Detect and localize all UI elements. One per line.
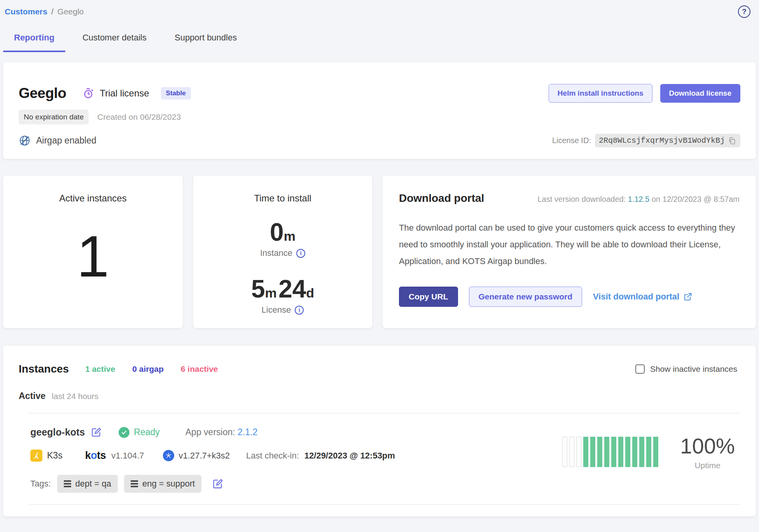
tag-text: dept = qa	[75, 479, 111, 489]
active-count: 1 active	[85, 364, 115, 374]
kots-logo: kots	[85, 450, 106, 462]
license-install-minutes-unit: m	[265, 285, 276, 300]
inactive-count: 6 inactive	[181, 364, 218, 374]
breadcrumb-current: Geeglo	[58, 7, 84, 16]
uptime-block: 100% Uptime	[562, 434, 735, 470]
copy-icon[interactable]	[728, 136, 736, 145]
license-id-value: 2Rq8WLcsjfxqrMysjvB1WodYkBj	[599, 136, 725, 145]
show-inactive-label: Show inactive instances	[650, 364, 737, 374]
uptime-bar-filled	[653, 437, 658, 467]
distro-label: K3s	[47, 450, 63, 461]
uptime-bar-filled	[639, 437, 644, 467]
kots-logo-ts: ts	[97, 450, 106, 461]
instances-title: Instances	[19, 363, 69, 375]
uptime-bar-filled	[597, 437, 602, 467]
stopwatch-icon	[82, 88, 94, 99]
generate-new-password-button[interactable]: Generate new password	[469, 287, 582, 307]
kubernetes-icon	[163, 450, 174, 461]
tab-support-bundles[interactable]: Support bundles	[164, 33, 248, 52]
external-link-icon	[683, 292, 693, 301]
uptime-bars	[562, 437, 658, 467]
show-inactive-checkbox[interactable]	[635, 364, 645, 374]
license-install-minutes: 5	[251, 275, 265, 303]
license-id-pill: 2Rq8WLcsjfxqrMysjvB1WodYkBj	[595, 134, 740, 147]
instance-label: Instance	[260, 248, 292, 258]
kots-logo-k: k	[85, 450, 91, 461]
customer-name: Geeglo	[19, 85, 66, 102]
breadcrumb: Customers / Geeglo ?	[3, 4, 756, 18]
app-version-link[interactable]: 2.1.2	[238, 427, 257, 437]
license-id-label: License ID:	[552, 136, 591, 145]
tag-icon	[64, 480, 71, 487]
help-icon[interactable]: ?	[738, 5, 750, 18]
license-type-label: Trial license	[100, 88, 149, 99]
active-instances-title: Active instances	[3, 193, 183, 204]
kots-version: v1.104.7	[111, 451, 144, 461]
tab-customer-details[interactable]: Customer details	[72, 33, 157, 52]
download-portal-card: Download portal Last version downloaded:…	[383, 176, 756, 328]
tags-label: Tags:	[30, 479, 51, 489]
time-to-install-title: Time to install	[193, 193, 372, 204]
status-label: Ready	[134, 427, 159, 438]
uptime-bar-filled	[583, 437, 588, 467]
tab-reporting[interactable]: Reporting	[3, 33, 65, 52]
airgap-enabled-label: Airgap enabled	[36, 135, 96, 146]
uptime-bar-empty	[562, 437, 567, 467]
edit-instance-name-icon[interactable]	[91, 427, 101, 438]
last-checkin-value: 12/29/2023 @ 12:53pm	[304, 451, 395, 461]
instance-row: geeglo-kots Ready App ve	[19, 413, 740, 493]
breadcrumb-customers-link[interactable]: Customers	[5, 7, 47, 16]
instance-install-minutes: 0	[270, 218, 284, 246]
kubernetes-version: v1.27.7+k3s2	[179, 451, 230, 461]
tag-text: eng = support	[142, 479, 195, 489]
uptime-label: Uptime	[680, 461, 735, 470]
instance-install-time: 0m	[193, 218, 372, 247]
tag-pill: eng = support	[124, 475, 201, 493]
download-license-button[interactable]: Download license	[660, 84, 740, 103]
info-icon[interactable]: i	[296, 249, 305, 258]
last-checkin-label: Last check-in:	[246, 451, 299, 461]
license-install-days-unit: d	[306, 285, 314, 300]
divider	[29, 504, 740, 505]
uptime-value: 100%	[680, 434, 735, 458]
uptime-bar-filled	[646, 437, 651, 467]
tab-bar: Reporting Customer details Support bundl…	[3, 33, 756, 52]
airgap-globe-icon	[19, 135, 31, 147]
instances-card: Instances 1 active 0 airgap 6 inactive S…	[3, 346, 756, 516]
visit-download-portal-label: Visit download portal	[593, 292, 679, 302]
breadcrumb-separator: /	[51, 7, 54, 16]
active-group-subtitle: last 24 hours	[52, 392, 98, 401]
uptime-bar-filled	[604, 437, 609, 467]
last-version-link[interactable]: 1.12.5	[628, 195, 650, 203]
license-card: Geeglo Trial license Stable Helm install…	[3, 62, 756, 159]
uptime-bar-filled	[611, 437, 616, 467]
channel-badge: Stable	[161, 87, 191, 100]
uptime-bar-filled	[625, 437, 630, 467]
kots-logo-o: o	[91, 450, 97, 461]
instance-name: geeglo-kots	[30, 427, 85, 438]
last-version-suffix: on 12/20/2023 @ 8:57am	[652, 195, 740, 203]
uptime-bar-filled	[590, 437, 595, 467]
info-icon[interactable]: i	[295, 306, 304, 315]
license-install-days: 24	[278, 275, 306, 303]
visit-download-portal-link[interactable]: Visit download portal	[593, 292, 693, 302]
created-date-text: Created on 06/28/2023	[97, 112, 181, 122]
ready-check-icon	[119, 427, 129, 438]
last-version-prefix: Last version downloaded:	[537, 195, 626, 203]
edit-tags-icon[interactable]	[212, 478, 223, 489]
copy-url-button[interactable]: Copy URL	[399, 287, 458, 307]
active-instances-card: Active instances 1	[3, 176, 183, 328]
app-version: App version: 2.1.2	[185, 427, 257, 438]
airgap-count: 0 airgap	[132, 364, 164, 374]
tag-icon	[131, 480, 138, 487]
tag-pill: dept = qa	[57, 475, 118, 493]
active-instances-value: 1	[3, 227, 183, 285]
uptime-bar-empty	[569, 437, 574, 467]
helm-install-instructions-button[interactable]: Helm install instructions	[549, 84, 652, 103]
download-portal-description: The download portal can be used to give …	[399, 219, 740, 270]
download-portal-title: Download portal	[399, 192, 484, 205]
license-install-time: 5m 24d	[193, 275, 372, 303]
expiration-badge: No expiration date	[19, 110, 89, 124]
active-group-title: Active	[19, 391, 45, 401]
k3s-icon	[30, 450, 42, 462]
